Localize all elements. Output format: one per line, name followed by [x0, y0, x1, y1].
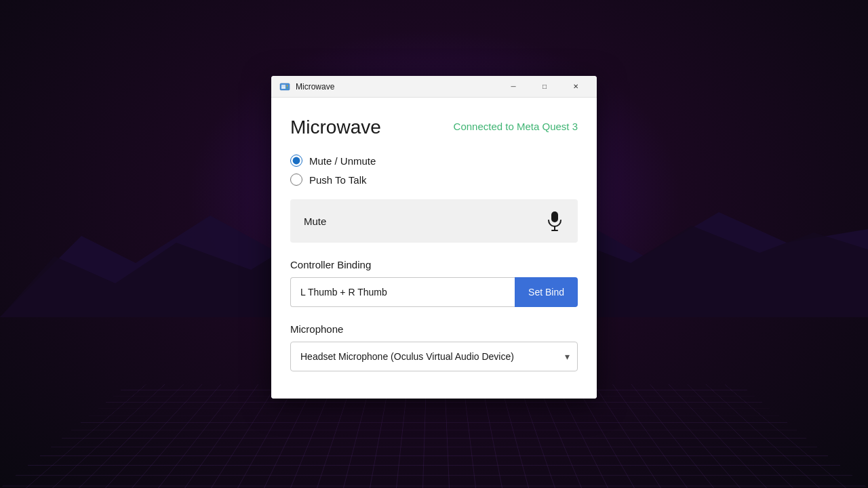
- microphone-icon: [545, 210, 564, 232]
- radio-push-to-talk[interactable]: Push To Talk: [290, 174, 578, 186]
- radio-mute-unmute-label: Mute / Unmute: [309, 155, 376, 167]
- minimize-button[interactable]: ─: [498, 76, 529, 98]
- radio-push-to-talk-label: Push To Talk: [309, 174, 367, 186]
- radio-mute-unmute[interactable]: Mute / Unmute: [290, 155, 578, 167]
- microphone-select[interactable]: Headset Microphone (Oculus Virtual Audio…: [290, 342, 578, 371]
- status-text: Mute: [304, 216, 326, 227]
- app-title: Microwave: [290, 117, 381, 138]
- svg-point-4: [287, 85, 288, 86]
- radio-group: Mute / Unmute Push To Talk: [290, 155, 578, 186]
- titlebar: Microwave ─ □ ✕: [271, 76, 597, 98]
- binding-row: Set Bind: [290, 277, 578, 307]
- svg-rect-6: [281, 85, 285, 87]
- connection-status: Connected to Meta Quest 3: [454, 117, 578, 132]
- close-button[interactable]: ✕: [560, 76, 591, 98]
- grid-overlay: [0, 384, 868, 488]
- maximize-button[interactable]: □: [529, 76, 560, 98]
- radio-push-to-talk-input[interactable]: [290, 174, 302, 186]
- window-body: Microwave Connected to Meta Quest 3 Mute…: [271, 98, 597, 399]
- svg-rect-7: [551, 211, 558, 222]
- titlebar-controls: ─ □ ✕: [498, 76, 591, 98]
- controller-binding-section: Controller Binding Set Bind: [290, 259, 578, 307]
- svg-rect-3: [281, 85, 285, 89]
- controller-binding-label: Controller Binding: [290, 259, 578, 270]
- svg-point-5: [287, 87, 288, 88]
- status-bar: Mute: [290, 199, 578, 243]
- radio-mute-unmute-input[interactable]: [290, 155, 302, 167]
- microphone-section: Microphone Headset Microphone (Oculus Vi…: [290, 323, 578, 371]
- binding-input[interactable]: [290, 277, 515, 307]
- titlebar-title: Microwave: [296, 82, 498, 92]
- microphone-select-wrapper: Headset Microphone (Oculus Virtual Audio…: [290, 342, 578, 371]
- app-icon: [279, 81, 290, 92]
- set-bind-button[interactable]: Set Bind: [515, 277, 578, 307]
- app-header: Microwave Connected to Meta Quest 3: [290, 117, 578, 138]
- app-window: Microwave ─ □ ✕ Microwave Connected to M…: [271, 76, 597, 399]
- microphone-label: Microphone: [290, 323, 578, 335]
